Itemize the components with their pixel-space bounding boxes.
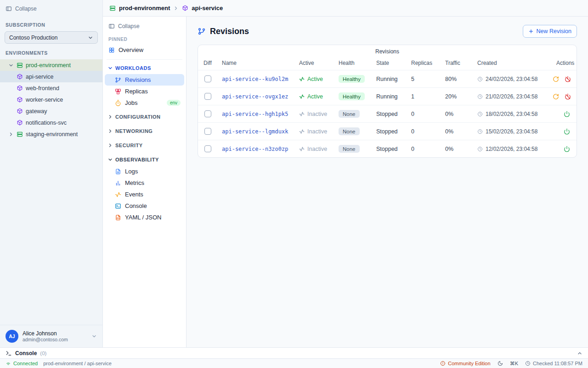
package-icon [17, 85, 23, 92]
moon-icon[interactable] [498, 361, 503, 366]
power-icon [564, 128, 570, 135]
environment-tree: prod-environment api-service web-fronten… [0, 59, 102, 140]
chevron-right-icon [8, 132, 14, 137]
activity-icon [115, 191, 121, 198]
row-checkbox[interactable] [204, 128, 211, 135]
alert-circle-icon [440, 361, 446, 366]
clock-icon [477, 94, 483, 99]
restart-revision-button[interactable] [553, 93, 559, 100]
tree-item-label: staging-environment [26, 131, 78, 138]
state-value: Stopped [373, 146, 407, 152]
health-badge: None [339, 127, 360, 135]
subscription-select[interactable]: Contoso Production [5, 31, 98, 44]
console-count: (0) [40, 351, 46, 356]
panel-collapse-icon [108, 23, 115, 29]
chevron-down-icon [91, 334, 97, 339]
activate-revision-button[interactable] [564, 128, 570, 135]
revision-name-link[interactable]: api-service--n3zo0zp [222, 146, 288, 152]
console-label: Console [15, 350, 37, 356]
health-badge: None [339, 145, 360, 153]
tree-item-api-service[interactable]: api-service [0, 71, 102, 82]
restart-icon [553, 93, 559, 100]
power-off-icon [565, 76, 571, 82]
nav-divider [107, 59, 182, 60]
traffic-value: 0% [441, 128, 474, 135]
nav-section-networking[interactable]: NETWORKING [105, 125, 184, 137]
nav-section-workloads[interactable]: WORKLOADS [105, 62, 184, 74]
env-sidebar-collapse-button[interactable]: Collapse [0, 0, 102, 17]
chevron-down-icon [88, 35, 93, 40]
terminal-prompt-icon [6, 350, 12, 356]
section-label: SECURITY [115, 143, 143, 148]
revision-name-link[interactable]: api-service--ku9ol2m [222, 76, 288, 82]
clock-icon [477, 76, 483, 82]
tree-item-worker-service[interactable]: worker-service [0, 94, 102, 105]
tree-item-staging-environment[interactable]: staging-environment [0, 128, 102, 140]
table-caption: Revisions [198, 45, 577, 56]
activate-revision-button[interactable] [564, 146, 570, 152]
user-menu[interactable]: AJ Alice Johnson admin@contoso.com [0, 325, 102, 347]
nav-item-label: Jobs [125, 99, 137, 106]
row-checkbox[interactable] [204, 75, 211, 82]
revision-name-link[interactable]: api-service--lgmduxk [222, 128, 288, 135]
deactivate-revision-button[interactable] [565, 76, 571, 82]
nav-section-security[interactable]: SECURITY [105, 139, 184, 151]
tree-item-web-frontend[interactable]: web-frontend [0, 82, 102, 94]
revision-name-link[interactable]: api-service--hgh1pk5 [222, 111, 288, 117]
table-row: api-service--ovgx1ez Active Healthy Runn… [198, 87, 577, 105]
nav-section-observability[interactable]: OBSERVABILITY [105, 154, 184, 166]
new-revision-label: New Revision [537, 28, 571, 34]
nav-item-logs[interactable]: Logs [105, 166, 184, 177]
tree-item-gateway[interactable]: gateway [0, 105, 102, 117]
environments-label: ENVIRONMENTS [0, 46, 102, 58]
nav-item-jobs[interactable]: Jobs env [105, 97, 184, 109]
user-name: Alice Johnson [23, 330, 68, 337]
created-value: 18/02/2026, 23:04:58 [477, 111, 549, 117]
nav-item-yaml-json[interactable]: YAML / JSON [105, 212, 184, 223]
nav-item-replicas[interactable]: Replicas [105, 86, 184, 97]
row-checkbox[interactable] [204, 110, 211, 117]
command-palette-shortcut[interactable]: ⌘K [510, 361, 518, 367]
activity-icon [299, 111, 305, 117]
breadcrumb-app[interactable]: api-service [192, 5, 223, 12]
environment-icon [17, 131, 23, 138]
activate-revision-button[interactable] [564, 111, 570, 117]
tree-item-prod-environment[interactable]: prod-environment [0, 59, 102, 71]
restart-revision-button[interactable] [553, 76, 559, 82]
nav-item-label: YAML / JSON [125, 214, 161, 221]
file-code-icon [115, 214, 121, 221]
state-value: Stopped [373, 111, 407, 117]
nav-section-configuration[interactable]: CONFIGURATION [105, 111, 184, 123]
nav-collapse-button[interactable]: Collapse [105, 20, 184, 32]
nav-item-overview[interactable]: Overview [105, 44, 184, 56]
nav-item-console[interactable]: Console [105, 200, 184, 212]
new-revision-button[interactable]: New Revision [523, 25, 577, 38]
nav-item-events[interactable]: Events [105, 189, 184, 200]
console-drawer-toggle[interactable]: Console (0) [0, 347, 588, 358]
revisions-table: Revisions Diff Name Active Health State … [198, 45, 577, 158]
environment-icon [17, 62, 23, 69]
tree-item-label: prod-environment [26, 62, 71, 69]
main-content: Revisions New Revision Revisions Diff Na… [187, 17, 588, 347]
terminal-icon [115, 203, 121, 209]
connection-status: Connected [6, 361, 38, 366]
deactivate-revision-button[interactable] [565, 93, 571, 100]
tree-item-notifications-svc[interactable]: notifications-svc [0, 117, 102, 128]
health-badge: Healthy [339, 75, 365, 83]
row-checkbox[interactable] [204, 93, 211, 100]
active-status: Active [299, 93, 331, 100]
health-badge: Healthy [339, 92, 365, 100]
traffic-value: 0% [441, 146, 474, 152]
breadcrumb-environment[interactable]: prod-environment [119, 5, 170, 12]
package-icon [17, 97, 23, 103]
created-value: 15/02/2026, 23:04:58 [477, 128, 549, 135]
revision-name-link[interactable]: api-service--ovgx1ez [222, 93, 288, 100]
replicas-value: 5 [407, 76, 441, 82]
plus-icon [528, 29, 534, 34]
nav-item-revisions[interactable]: Revisions [105, 74, 184, 86]
nav-item-metrics[interactable]: Metrics [105, 177, 184, 189]
row-checkbox[interactable] [204, 145, 211, 152]
nav-item-label: Revisions [125, 76, 151, 83]
status-context: prod-environment / api-service [43, 361, 112, 366]
chevron-down-icon [8, 63, 14, 68]
